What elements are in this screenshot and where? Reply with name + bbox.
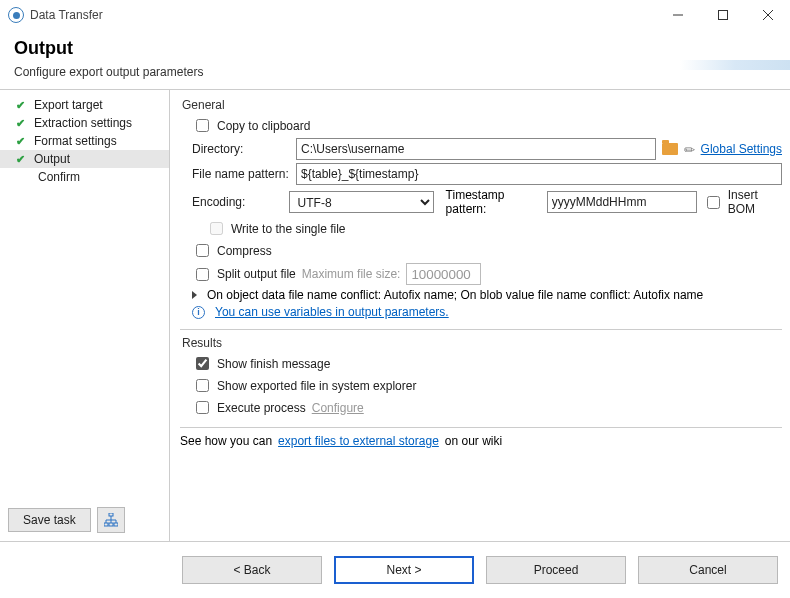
folder-icon[interactable] [662,143,678,155]
wiki-suffix: on our wiki [445,434,502,448]
step-label: Confirm [38,170,80,184]
step-label: Format settings [34,134,117,148]
conflict-settings-summary[interactable]: On object data file name conflict: Autof… [207,288,703,302]
max-file-size-input [406,263,481,285]
step-export-target[interactable]: ✔ Export target [0,96,169,114]
configure-process-link[interactable]: Configure [312,401,364,415]
max-file-size-label: Maximum file size: [302,267,401,281]
compress-checkbox[interactable]: Compress [192,241,272,260]
write-single-file-checkbox: Write to the single file [206,219,346,238]
copy-to-clipboard-label: Copy to clipboard [217,119,310,133]
execute-process-label: Execute process [217,401,306,415]
wiki-link[interactable]: export files to external storage [278,434,439,448]
timestamp-pattern-input[interactable] [547,191,697,213]
save-task-button[interactable]: Save task [8,508,91,532]
general-section-label: General [182,98,782,112]
directory-label: Directory: [192,142,290,156]
proceed-label: Proceed [534,563,579,577]
encoding-select[interactable]: UTF-8 [289,191,434,213]
cancel-label: Cancel [689,563,726,577]
split-output-file-label: Split output file [217,267,296,281]
check-icon: ✔ [16,153,28,166]
compress-label: Compress [217,244,272,258]
step-output[interactable]: ✔ Output [0,150,169,168]
svg-rect-7 [114,523,118,526]
info-icon: i [192,306,205,319]
svg-rect-5 [104,523,108,526]
show-finish-message-label: Show finish message [217,357,330,371]
show-in-explorer-label: Show exported file in system explorer [217,379,416,393]
write-single-file-label: Write to the single file [231,222,346,236]
variables-hint-link[interactable]: You can use variables in output paramete… [215,305,449,319]
expand-icon[interactable] [192,291,197,299]
edit-icon[interactable]: ✎ [680,140,698,158]
execute-process-checkbox[interactable]: Execute process [192,398,306,417]
minimize-button[interactable] [655,0,700,30]
check-icon: ✔ [16,117,28,130]
encoding-label: Encoding: [192,195,283,209]
page-title: Output [14,38,776,59]
file-name-pattern-label: File name pattern: [192,167,290,181]
page-subtitle: Configure export output parameters [14,65,776,79]
maximize-button[interactable] [700,0,745,30]
timestamp-pattern-label: Timestamp pattern: [446,188,541,216]
wizard-steps: ✔ Export target ✔ Extraction settings ✔ … [0,90,169,499]
show-finish-message-checkbox[interactable]: Show finish message [192,354,330,373]
check-icon: ✔ [16,99,28,112]
next-button[interactable]: Next > [334,556,474,584]
step-extraction-settings[interactable]: ✔ Extraction settings [0,114,169,132]
svg-rect-4 [109,513,113,516]
show-in-explorer-checkbox[interactable]: Show exported file in system explorer [192,376,416,395]
file-name-pattern-input[interactable] [296,163,782,185]
wiki-prefix: See how you can [180,434,272,448]
global-settings-link[interactable]: Global Settings [701,142,782,156]
back-label: < Back [233,563,270,577]
split-output-file-checkbox[interactable]: Split output file [192,265,296,284]
copy-to-clipboard-checkbox[interactable]: Copy to clipboard [192,116,310,135]
results-section-label: Results [182,336,782,350]
close-button[interactable] [745,0,790,30]
task-tree-button[interactable] [97,507,125,533]
tree-icon [104,513,118,527]
app-icon [8,7,24,23]
step-label: Extraction settings [34,116,132,130]
insert-bom-label: Insert BOM [728,188,782,216]
cancel-button[interactable]: Cancel [638,556,778,584]
step-label: Output [34,152,70,166]
save-task-label: Save task [23,513,76,527]
next-label: Next > [386,563,421,577]
svg-rect-1 [718,11,727,20]
step-confirm[interactable]: Confirm [0,168,169,186]
proceed-button[interactable]: Proceed [486,556,626,584]
svg-rect-6 [109,523,113,526]
check-icon: ✔ [16,135,28,148]
directory-input[interactable] [296,138,656,160]
step-label: Export target [34,98,103,112]
step-format-settings[interactable]: ✔ Format settings [0,132,169,150]
insert-bom-checkbox[interactable]: Insert BOM [703,188,782,216]
back-button[interactable]: < Back [182,556,322,584]
window-title: Data Transfer [30,8,103,22]
